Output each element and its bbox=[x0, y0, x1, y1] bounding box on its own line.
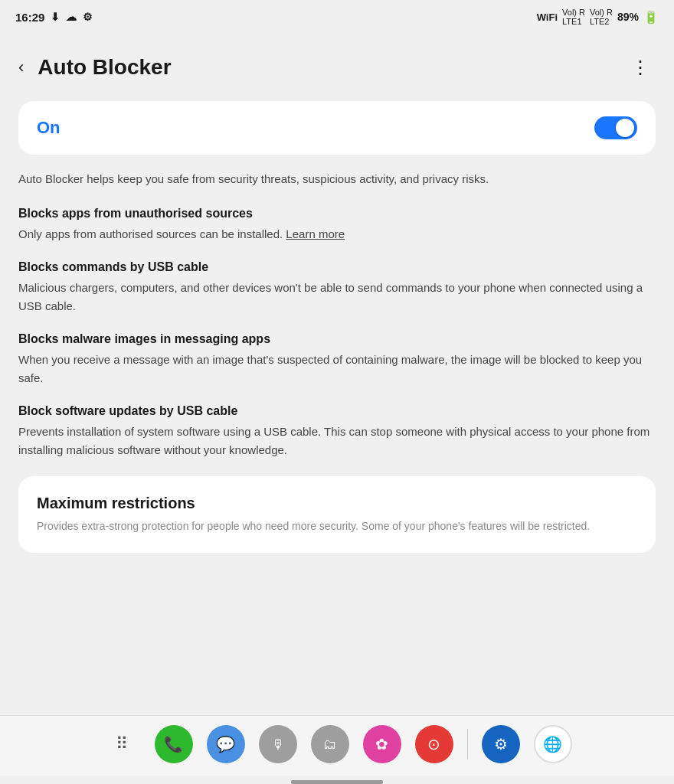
download-icon: ⬇ bbox=[51, 11, 60, 23]
nav-divider bbox=[467, 729, 468, 760]
wifi-icon: WiFi bbox=[537, 11, 558, 23]
nav-chrome-app[interactable]: 🌐 bbox=[534, 725, 572, 763]
max-restrictions-card[interactable]: Maximum restrictions Provides extra-stro… bbox=[18, 476, 656, 553]
nav-camera-app[interactable]: ⊙ bbox=[415, 725, 453, 763]
max-restrictions-title: Maximum restrictions bbox=[37, 495, 637, 512]
nav-phone-app[interactable]: 📞 bbox=[155, 725, 193, 763]
app-header: ‹ Auto Blocker ⋮ bbox=[0, 41, 674, 93]
feature-desc-3: When you receive a message with an image… bbox=[18, 351, 656, 387]
nav-messages-app[interactable]: 💬 bbox=[207, 725, 245, 763]
nav-bixby-app[interactable]: ✿ bbox=[363, 725, 401, 763]
toggle-card: On bbox=[18, 101, 656, 155]
feature-title-4: Block software updates by USB cable bbox=[18, 404, 656, 418]
back-button[interactable]: ‹ bbox=[12, 54, 30, 80]
status-left: 16:29 ⬇ ☁ ⚙ bbox=[15, 11, 93, 24]
settings-status-icon: ⚙ bbox=[83, 11, 93, 23]
feature-desc-4: Prevents installation of system software… bbox=[18, 423, 656, 459]
feature-malware-images: Blocks malware images in messaging apps … bbox=[18, 332, 656, 387]
more-options-button[interactable]: ⋮ bbox=[625, 54, 656, 81]
feature-title-1: Blocks apps from unauthorised sources bbox=[18, 207, 656, 220]
header-left: ‹ Auto Blocker bbox=[12, 54, 172, 80]
signal-lte1-icon: Vol) RLTE1 bbox=[562, 8, 585, 26]
nav-settings-app[interactable]: ⚙ bbox=[482, 725, 520, 763]
signal-lte2-icon: Vol) RLTE2 bbox=[590, 8, 613, 26]
main-content: ‹ Auto Blocker ⋮ On Auto Blocker helps k… bbox=[0, 34, 674, 784]
status-right: WiFi Vol) RLTE1 Vol) RLTE2 89% 🔋 bbox=[537, 8, 659, 26]
nav-apps-grid[interactable]: ⠿ bbox=[103, 725, 141, 763]
battery-icon: 🔋 bbox=[643, 10, 659, 24]
feature-unauthorised-sources: Blocks apps from unauthorised sources On… bbox=[18, 207, 656, 243]
home-indicator bbox=[291, 780, 383, 784]
status-bar: 16:29 ⬇ ☁ ⚙ WiFi Vol) RLTE1 Vol) RLTE2 8… bbox=[0, 0, 674, 34]
cloud-icon: ☁ bbox=[66, 11, 77, 23]
feature-title-3: Blocks malware images in messaging apps bbox=[18, 332, 656, 346]
page-title: Auto Blocker bbox=[38, 55, 171, 80]
time-display: 16:29 bbox=[15, 11, 44, 24]
nav-voice-app[interactable]: 🎙 bbox=[259, 725, 297, 763]
toggle-label: On bbox=[37, 118, 61, 138]
max-restrictions-desc: Provides extra-strong protection for peo… bbox=[37, 518, 637, 534]
bottom-nav-bar: ⠿ 📞 💬 🎙 🗂 ✿ ⊙ ⚙ 🌐 bbox=[0, 715, 674, 776]
feature-desc-1: Only apps from authorised sources can be… bbox=[18, 225, 656, 243]
auto-blocker-description: Auto Blocker helps keep you safe from se… bbox=[18, 170, 656, 188]
auto-blocker-toggle[interactable] bbox=[594, 116, 637, 139]
scroll-area[interactable]: On Auto Blocker helps keep you safe from… bbox=[0, 93, 674, 715]
feature-usb-commands: Blocks commands by USB cable Malicious c… bbox=[18, 260, 656, 315]
nav-files-app[interactable]: 🗂 bbox=[311, 725, 349, 763]
learn-more-link[interactable]: Learn more bbox=[286, 227, 345, 240]
battery-percentage: 89% bbox=[617, 11, 639, 23]
feature-usb-updates: Block software updates by USB cable Prev… bbox=[18, 404, 656, 459]
feature-desc-2: Malicious chargers, computers, and other… bbox=[18, 279, 656, 315]
feature-title-2: Blocks commands by USB cable bbox=[18, 260, 656, 274]
